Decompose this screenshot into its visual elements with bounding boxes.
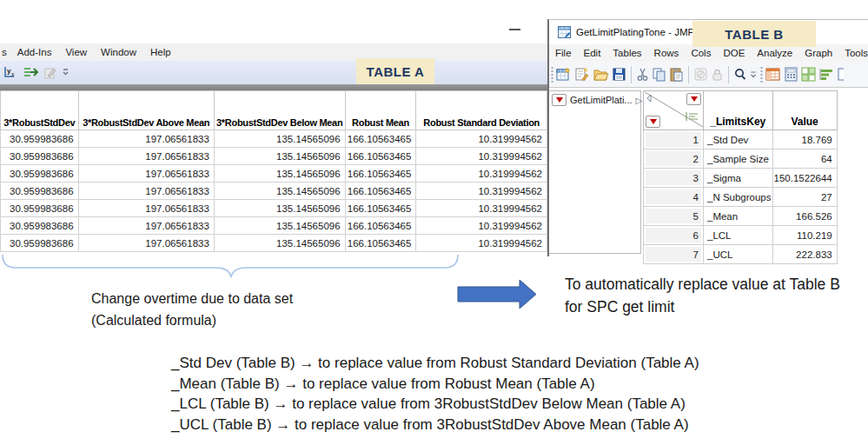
rows-red-triangle-icon[interactable] [646, 116, 660, 128]
cell[interactable]: 197.06561833 [78, 200, 214, 217]
cell[interactable]: 10.319994562 [416, 130, 547, 148]
column-header[interactable]: Robust Mean [345, 91, 416, 130]
value-cell[interactable]: 27 [772, 188, 837, 207]
menu-item-partial[interactable]: s [0, 47, 10, 57]
cell[interactable]: 197.06561833 [78, 183, 214, 200]
row-number[interactable]: 6 [644, 226, 704, 245]
formula-icon[interactable]: y x [3, 65, 19, 80]
cell[interactable]: 135.14565096 [214, 235, 345, 252]
column-header[interactable]: 3*RobustStdDev [1, 91, 79, 130]
menu-item-help[interactable]: Help [143, 47, 178, 57]
cell[interactable]: 197.06561833 [78, 148, 214, 165]
edit-disabled-icon[interactable] [43, 66, 57, 80]
cell[interactable]: 10.319994562 [416, 217, 547, 235]
toolbar-overflow-icon[interactable] [62, 67, 70, 79]
cut-icon[interactable] [636, 67, 649, 82]
limits-key-cell[interactable]: _Sample Size [704, 149, 773, 169]
calculator-icon[interactable] [784, 67, 798, 82]
menu-item-graph[interactable]: Graph [798, 48, 838, 58]
cell[interactable]: 166.10563465 [345, 200, 416, 217]
cell[interactable]: 166.10563465 [345, 130, 416, 148]
cell[interactable]: 30.959983686 [1, 148, 79, 165]
cell[interactable]: 135.14565096 [214, 183, 345, 200]
limits-key-cell[interactable]: _Mean [704, 207, 773, 226]
new-data-table-icon[interactable] [556, 67, 572, 82]
limits-key-cell[interactable]: _UCL [704, 245, 773, 264]
row-number[interactable]: 4 [644, 188, 704, 207]
cell[interactable]: 135.14565096 [214, 130, 345, 148]
menu-item-edit[interactable]: Edit [578, 48, 607, 58]
limits-key-cell[interactable]: _Sigma [704, 169, 773, 188]
cell[interactable]: 135.14565096 [214, 217, 345, 235]
limits-key-cell[interactable]: _Std Dev [704, 130, 773, 149]
sidebar-panel-title[interactable]: GetLimitPlati... [570, 95, 633, 105]
column-header[interactable]: 3*RobustStdDev Above Mean [78, 91, 214, 130]
menu-item-window[interactable]: Window [94, 47, 143, 57]
lock-icon[interactable] [711, 67, 724, 82]
menu-item-tools[interactable]: Tools [838, 48, 868, 58]
open-file-icon[interactable] [593, 67, 609, 82]
cell[interactable]: 197.06561833 [78, 217, 214, 235]
row-number[interactable]: 3 [644, 169, 704, 188]
assign-column-icon[interactable] [23, 65, 39, 80]
cell[interactable]: 30.959983686 [1, 183, 79, 200]
cell[interactable]: 197.06561833 [78, 235, 214, 252]
menu-item-cols[interactable]: Cols [685, 48, 717, 58]
row-number[interactable]: 7 [644, 245, 704, 264]
panel-expand-icon[interactable]: ▷ [636, 96, 643, 105]
toolbar-overflow-icon[interactable] [750, 69, 758, 81]
limits-key-cell[interactable]: _N Subgroups [704, 188, 773, 207]
value-cell[interactable]: 110.219 [772, 226, 837, 245]
column-header[interactable]: 3*RobustStdDev Below Mean [214, 91, 345, 130]
cell[interactable]: 197.06561833 [78, 165, 214, 183]
red-triangle-menu-icon[interactable] [552, 94, 567, 106]
menu-item-add-ins[interactable]: Add-Ins [10, 47, 59, 57]
cell[interactable]: 166.10563465 [345, 235, 416, 252]
column-header[interactable]: Robust Standard Deviation [416, 91, 547, 130]
cell[interactable]: 30.959983686 [1, 130, 79, 148]
paste-icon[interactable] [669, 67, 684, 82]
menu-item-doe[interactable]: DOE [717, 48, 751, 58]
data-table-window-icon[interactable] [765, 67, 781, 82]
tile-windows-icon[interactable] [801, 67, 816, 82]
cell[interactable]: 10.319994562 [416, 148, 547, 165]
cell[interactable]: 10.319994562 [416, 200, 547, 217]
copy-icon[interactable] [652, 67, 666, 82]
row-number[interactable]: 2 [644, 149, 704, 169]
minimize-icon[interactable] [509, 29, 520, 30]
cell[interactable]: 135.14565096 [214, 148, 345, 165]
column-header[interactable]: Value [772, 91, 837, 130]
value-cell[interactable]: 64 [772, 149, 837, 169]
row-number[interactable]: 5 [644, 207, 704, 226]
cell[interactable]: 30.959983686 [1, 217, 79, 235]
search-icon[interactable] [733, 67, 747, 82]
cell[interactable]: 30.959983686 [1, 165, 79, 183]
cell[interactable]: 10.319994562 [416, 165, 547, 183]
cell[interactable]: 10.319994562 [416, 183, 547, 200]
new-journal-icon[interactable] [574, 67, 590, 82]
column-header[interactable]: _LimitsKey [704, 91, 773, 130]
columns-red-triangle-icon[interactable] [686, 93, 701, 105]
clear-row-states-icon[interactable] [693, 67, 708, 82]
value-cell[interactable]: 166.526 [772, 207, 837, 226]
row-number[interactable]: 1 [644, 130, 704, 149]
clipped-toolbar-icon[interactable] [837, 67, 844, 82]
value-cell[interactable]: 150.1522644 [772, 169, 837, 188]
cell[interactable]: 10.319994562 [416, 235, 547, 252]
menu-item-rows[interactable]: Rows [648, 48, 686, 58]
cell[interactable]: 30.959983686 [1, 200, 79, 217]
menu-item-file[interactable]: File [549, 48, 578, 58]
table-corner-cell[interactable] [644, 91, 704, 130]
value-cell[interactable]: 18.769 [772, 130, 837, 149]
value-cell[interactable]: 222.833 [772, 245, 837, 264]
menu-item-view[interactable]: View [58, 47, 94, 57]
cell[interactable]: 30.959983686 [1, 235, 79, 252]
cell[interactable]: 135.14565096 [214, 200, 345, 217]
cell[interactable]: 166.10563465 [345, 148, 416, 165]
save-icon[interactable] [612, 67, 626, 82]
graph-bars-icon[interactable] [818, 67, 834, 82]
cell[interactable]: 135.14565096 [214, 165, 345, 183]
cell[interactable]: 166.10563465 [345, 165, 416, 183]
cell[interactable]: 166.10563465 [345, 183, 416, 200]
cell[interactable]: 197.06561833 [78, 130, 214, 148]
